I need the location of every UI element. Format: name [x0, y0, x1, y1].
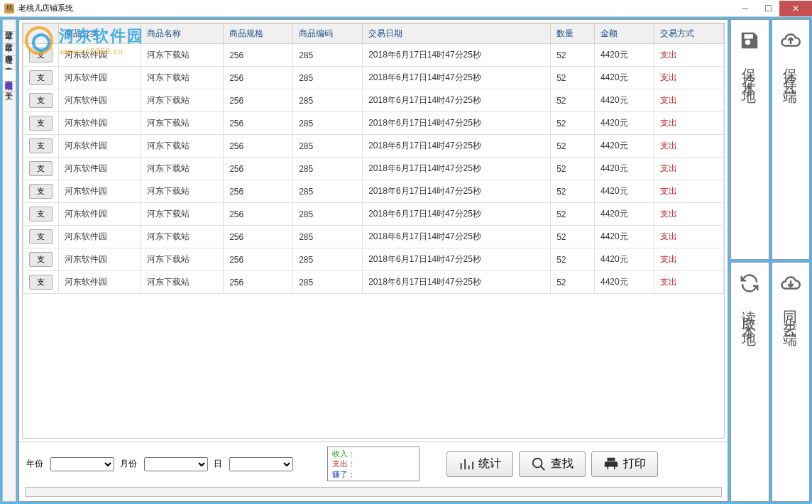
cell-txn: 支出 [654, 158, 723, 180]
cell-amount: 4420元 [595, 67, 654, 89]
row-action-button[interactable]: 支 [29, 207, 53, 221]
cell-txn: 支出 [654, 89, 723, 112]
sidebar-item-1[interactable]: 出货订单 [3, 32, 16, 44]
cell-date: 2018年6月17日14时47分25秒 [363, 67, 551, 89]
cell-category: 河东软件园 [59, 44, 141, 67]
day-select[interactable] [229, 457, 293, 471]
print-button[interactable]: 打印 [591, 451, 658, 477]
cell-qty: 52 [551, 89, 595, 112]
row-action-button[interactable]: 支 [29, 252, 53, 267]
row-action-button[interactable]: 支 [29, 275, 53, 290]
row-action-button[interactable]: 支 [29, 161, 53, 176]
main-panel: 河东软件园 www.pc0359.cn 商品分类 商品名称 商品规格 商品编码 … [18, 19, 728, 502]
cell-date: 2018年6月17日14时47分25秒 [363, 271, 551, 294]
table-row[interactable]: 支河东软件园河东下载站2562852018年6月17日14时47分25秒5244… [23, 226, 724, 248]
cell-name: 河东下载站 [141, 44, 224, 67]
col-amount[interactable]: 金额 [595, 24, 654, 44]
cell-spec: 256 [224, 112, 293, 135]
table-row[interactable]: 支河东软件园河东下载站2562852018年6月17日14时47分25秒5244… [23, 271, 724, 294]
cell-txn: 支出 [654, 271, 723, 294]
title-bar: 桃 老桃儿店铺系统 ─ ☐ ✕ [0, 0, 812, 17]
save-cloud-button[interactable]: 保存云端 [772, 19, 811, 260]
cell-name: 河东下载站 [141, 226, 224, 248]
year-label: 年份 [26, 458, 43, 470]
cell-qty: 52 [551, 135, 595, 158]
cell-category: 河东软件园 [59, 203, 141, 226]
col-name[interactable]: 商品名称 [141, 24, 224, 44]
cell-code: 285 [293, 112, 363, 135]
sidebar-item-4[interactable]: 资金明细 [3, 70, 16, 82]
search-button[interactable]: 查找 [519, 451, 586, 477]
save-local-button[interactable]: 保存本地 [730, 19, 769, 260]
row-action-button[interactable]: 支 [29, 229, 53, 244]
row-action-button[interactable]: 支 [29, 184, 53, 199]
minimize-button[interactable]: ─ [734, 1, 757, 16]
bottom-toolbar: 年份 月份 日 收入： 支出： 赚了： 统计 查找 [19, 442, 728, 486]
col-code[interactable]: 商品编码 [293, 24, 363, 44]
month-select[interactable] [144, 457, 208, 471]
cell-name: 河东下载站 [141, 180, 224, 203]
cell-qty: 52 [551, 203, 595, 226]
cell-spec: 256 [224, 158, 293, 180]
row-action-button[interactable]: 支 [29, 70, 53, 85]
cell-category: 河东软件园 [59, 89, 141, 112]
row-action-button[interactable]: 支 [29, 93, 53, 108]
stats-button[interactable]: 统计 [446, 451, 513, 477]
col-qty[interactable]: 数量 [551, 24, 595, 44]
table-row[interactable]: 支河东软件园河东下载站2562852018年6月17日14时47分25秒5244… [23, 180, 724, 203]
cell-date: 2018年6月17日14时47分25秒 [363, 89, 551, 112]
sidebar-item-3[interactable]: 客户及供应商 [3, 56, 16, 70]
cell-amount: 4420元 [595, 112, 654, 135]
cell-code: 285 [293, 158, 363, 180]
cell-name: 河东下载站 [141, 271, 224, 294]
left-sidebar: 进货订单出货订单库存管理客户及供应商资金明细关于 [2, 19, 16, 502]
table-row[interactable]: 支河东软件园河东下载站2562852018年6月17日14时47分25秒5244… [23, 67, 724, 89]
col-spec[interactable]: 商品规格 [224, 24, 293, 44]
col-category[interactable]: 商品分类 [59, 24, 141, 44]
data-table-wrap[interactable]: 商品分类 商品名称 商品规格 商品编码 交易日期 数量 金额 交易方式 支河东软… [22, 23, 725, 439]
cell-amount: 4420元 [595, 203, 654, 226]
cell-qty: 52 [551, 226, 595, 248]
year-select[interactable] [50, 457, 114, 471]
sidebar-item-0[interactable]: 进货订单 [3, 20, 16, 32]
earn-label: 赚了： [332, 469, 415, 479]
summary-box: 收入： 支出： 赚了： [327, 447, 419, 481]
cell-txn: 支出 [654, 180, 723, 203]
row-action-button[interactable]: 支 [29, 138, 53, 153]
cloud-down-icon [780, 273, 801, 294]
cell-code: 285 [293, 203, 363, 226]
cell-name: 河东下载站 [141, 158, 224, 180]
cell-txn: 支出 [654, 67, 723, 89]
table-row[interactable]: 支河东软件园河东下载站2562852018年6月17日14时47分25秒5244… [23, 203, 724, 226]
sync-cloud-button[interactable]: 同步云端 [772, 262, 811, 503]
row-action-button[interactable]: 支 [29, 116, 53, 131]
table-row[interactable]: 支河东软件园河东下载站2562852018年6月17日14时47分25秒5244… [23, 135, 724, 158]
cell-code: 285 [293, 89, 363, 112]
cell-qty: 52 [551, 44, 595, 67]
table-row[interactable]: 支河东软件园河东下载站2562852018年6月17日14时47分25秒5244… [23, 112, 724, 135]
cell-name: 河东下载站 [141, 67, 224, 89]
table-row[interactable]: 支河东软件园河东下载站2562852018年6月17日14时47分25秒5244… [23, 89, 724, 112]
table-row[interactable]: 支河东软件园河东下载站2562852018年6月17日14时47分25秒5244… [23, 44, 724, 67]
cell-name: 河东下载站 [141, 248, 224, 271]
cell-txn: 支出 [654, 248, 723, 271]
cell-category: 河东软件园 [59, 158, 141, 180]
close-button[interactable]: ✕ [779, 1, 812, 16]
cell-code: 285 [293, 44, 363, 67]
maximize-button[interactable]: ☐ [757, 1, 779, 16]
table-row[interactable]: 支河东软件园河东下载站2562852018年6月17日14时47分25秒5244… [23, 158, 724, 180]
cell-amount: 4420元 [595, 180, 654, 203]
cell-spec: 256 [224, 180, 293, 203]
col-date[interactable]: 交易日期 [363, 24, 551, 44]
row-action-button[interactable]: 支 [29, 48, 53, 62]
cell-amount: 4420元 [595, 158, 654, 180]
sidebar-item-5[interactable]: 关于 [3, 82, 16, 92]
cell-date: 2018年6月17日14时47分25秒 [363, 248, 551, 271]
read-local-button[interactable]: 读取本地 [730, 262, 769, 503]
table-row[interactable]: 支河东软件园河东下载站2562852018年6月17日14时47分25秒5244… [23, 248, 724, 271]
cell-date: 2018年6月17日14时47分25秒 [363, 135, 551, 158]
app-icon: 桃 [4, 4, 14, 13]
col-txn[interactable]: 交易方式 [654, 24, 723, 44]
sidebar-item-2[interactable]: 库存管理 [3, 44, 16, 56]
cell-spec: 256 [224, 67, 293, 89]
